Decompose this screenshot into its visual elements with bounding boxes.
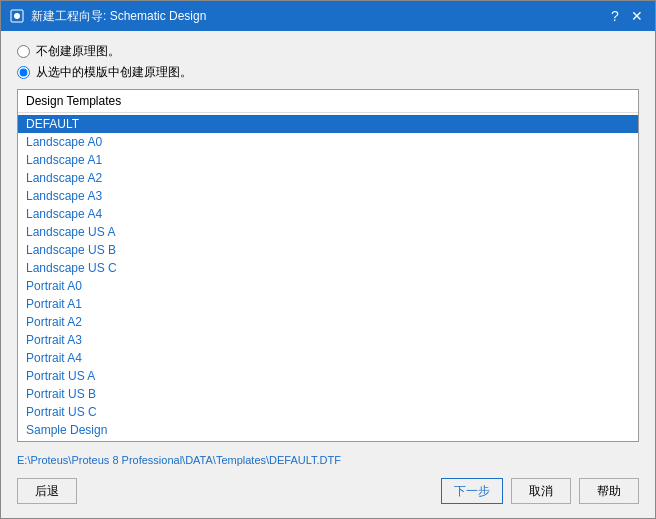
- template-item[interactable]: Landscape US C: [18, 259, 638, 277]
- main-window: 新建工程向导: Schematic Design ? ✕ 不创建原理图。 从选中…: [0, 0, 656, 519]
- radio-option2[interactable]: 从选中的模版中创建原理图。: [17, 64, 639, 81]
- svg-point-1: [14, 13, 20, 19]
- template-item[interactable]: Portrait US A: [18, 367, 638, 385]
- help-button[interactable]: ?: [605, 6, 625, 26]
- template-list[interactable]: DEFAULTLandscape A0Landscape A1Landscape…: [18, 113, 638, 441]
- window-controls: ? ✕: [605, 6, 647, 26]
- template-item[interactable]: Portrait A1: [18, 295, 638, 313]
- window-title: 新建工程向导: Schematic Design: [31, 8, 605, 25]
- template-item[interactable]: Portrait A0: [18, 277, 638, 295]
- template-item[interactable]: Portrait US C: [18, 403, 638, 421]
- radio-input-from-template[interactable]: [17, 66, 30, 79]
- template-item[interactable]: Landscape A0: [18, 133, 638, 151]
- template-container: Design Templates DEFAULTLandscape A0Land…: [17, 89, 639, 442]
- title-bar: 新建工程向导: Schematic Design ? ✕: [1, 1, 655, 31]
- template-item[interactable]: Landscape A2: [18, 169, 638, 187]
- template-item[interactable]: Landscape US B: [18, 241, 638, 259]
- radio-input-no-schematic[interactable]: [17, 45, 30, 58]
- path-bar: E:\Proteus\Proteus 8 Professional\DATA\T…: [17, 450, 639, 470]
- template-item[interactable]: Landscape US A: [18, 223, 638, 241]
- next-button[interactable]: 下一步: [441, 478, 503, 504]
- template-item[interactable]: Landscape A1: [18, 151, 638, 169]
- left-buttons: 后退: [17, 478, 77, 504]
- template-item[interactable]: Landscape A4: [18, 205, 638, 223]
- template-item[interactable]: Portrait A2: [18, 313, 638, 331]
- template-item[interactable]: Portrait A4: [18, 349, 638, 367]
- bottom-buttons: 后退 下一步 取消 帮助: [17, 478, 639, 508]
- right-buttons: 下一步 取消 帮助: [441, 478, 639, 504]
- back-button[interactable]: 后退: [17, 478, 77, 504]
- dialog-content: 不创建原理图。 从选中的模版中创建原理图。 Design Templates D…: [1, 31, 655, 519]
- template-item[interactable]: Sample Design: [18, 421, 638, 439]
- app-icon: [9, 8, 25, 24]
- radio-label-1: 不创建原理图。: [36, 43, 120, 60]
- help-dialog-button[interactable]: 帮助: [579, 478, 639, 504]
- template-item[interactable]: Portrait US B: [18, 385, 638, 403]
- cancel-button[interactable]: 取消: [511, 478, 571, 504]
- template-header: Design Templates: [18, 90, 638, 113]
- template-item[interactable]: Portrait A3: [18, 331, 638, 349]
- radio-option1[interactable]: 不创建原理图。: [17, 43, 639, 60]
- radio-label-2: 从选中的模版中创建原理图。: [36, 64, 192, 81]
- radio-group: 不创建原理图。 从选中的模版中创建原理图。: [17, 43, 639, 81]
- template-item[interactable]: DEFAULT: [18, 115, 638, 133]
- template-item[interactable]: Landscape A3: [18, 187, 638, 205]
- close-button[interactable]: ✕: [627, 6, 647, 26]
